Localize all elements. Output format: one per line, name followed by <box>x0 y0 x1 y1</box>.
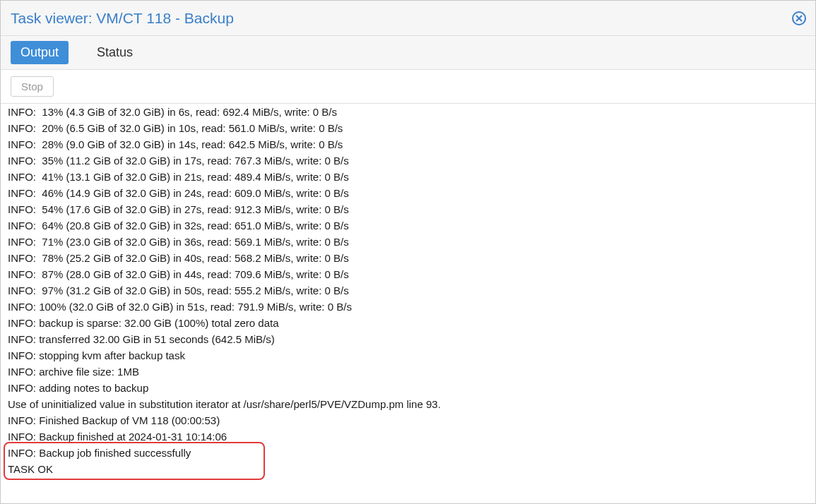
window-title: Task viewer: VM/CT 118 - Backup <box>11 10 234 27</box>
log-line: INFO: Finished Backup of VM 118 (00:00:5… <box>1 412 815 428</box>
log-line: INFO: adding notes to backup <box>1 380 815 396</box>
log-line: TASK OK <box>1 461 815 477</box>
log-line: INFO: 78% (25.2 GiB of 32.0 GiB) in 40s,… <box>1 250 815 266</box>
toolbar: Stop <box>1 70 815 104</box>
tabs-bar: Output Status <box>1 36 815 70</box>
log-line: INFO: 71% (23.0 GiB of 32.0 GiB) in 36s,… <box>1 234 815 250</box>
log-line: INFO: 64% (20.8 GiB of 32.0 GiB) in 32s,… <box>1 217 815 234</box>
log-line: Use of uninitialized value in substituti… <box>1 396 815 412</box>
log-line: INFO: Backup job finished successfully <box>1 445 815 461</box>
log-line: INFO: archive file size: 1MB <box>1 364 815 380</box>
titlebar: Task viewer: VM/CT 118 - Backup <box>1 1 815 36</box>
log-output[interactable]: INFO: 0% (2.2 GiB of 32.0 GiB) in 5s, re… <box>1 104 815 503</box>
tab-status[interactable]: Status <box>87 41 143 64</box>
stop-button[interactable]: Stop <box>11 76 54 97</box>
log-line: INFO: backup is sparse: 32.00 GiB (100%)… <box>1 315 815 331</box>
log-line: INFO: 54% (17.6 GiB of 32.0 GiB) in 27s,… <box>1 201 815 217</box>
log-line: INFO: 41% (13.1 GiB of 32.0 GiB) in 21s,… <box>1 169 815 185</box>
content-area: INFO: 0% (2.2 GiB of 32.0 GiB) in 5s, re… <box>1 104 815 503</box>
log-line: INFO: 100% (32.0 GiB of 32.0 GiB) in 51s… <box>1 299 815 315</box>
log-line: INFO: 46% (14.9 GiB of 32.0 GiB) in 24s,… <box>1 185 815 201</box>
log-line: INFO: 13% (4.3 GiB of 32.0 GiB) in 6s, r… <box>1 104 815 120</box>
log-line: INFO: 35% (11.2 GiB of 32.0 GiB) in 17s,… <box>1 152 815 169</box>
task-viewer-window: Task viewer: VM/CT 118 - Backup Output S… <box>0 0 816 504</box>
log-line: INFO: transferred 32.00 GiB in 51 second… <box>1 331 815 347</box>
tab-output[interactable]: Output <box>11 41 69 64</box>
log-line: INFO: 28% (9.0 GiB of 32.0 GiB) in 14s, … <box>1 136 815 152</box>
log-line: INFO: stopping kvm after backup task <box>1 347 815 364</box>
log-line: INFO: 87% (28.0 GiB of 32.0 GiB) in 44s,… <box>1 266 815 282</box>
log-line: INFO: 97% (31.2 GiB of 32.0 GiB) in 50s,… <box>1 282 815 299</box>
close-icon[interactable] <box>791 11 807 26</box>
log-inner: INFO: 0% (2.2 GiB of 32.0 GiB) in 5s, re… <box>1 104 815 477</box>
log-line: INFO: 20% (6.5 GiB of 32.0 GiB) in 10s, … <box>1 120 815 136</box>
log-line: INFO: Backup finished at 2024-01-31 10:1… <box>1 428 815 445</box>
